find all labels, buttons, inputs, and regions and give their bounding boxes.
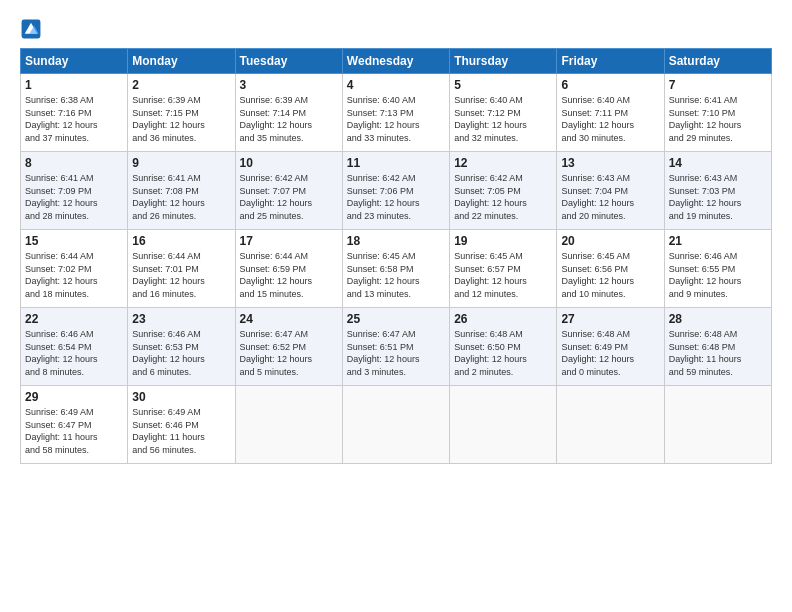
day-cell: 25Sunrise: 6:47 AM Sunset: 6:51 PM Dayli…	[342, 308, 449, 386]
day-number: 25	[347, 312, 445, 326]
day-info: Sunrise: 6:46 AM Sunset: 6:53 PM Dayligh…	[132, 328, 230, 378]
day-info: Sunrise: 6:42 AM Sunset: 7:07 PM Dayligh…	[240, 172, 338, 222]
day-info: Sunrise: 6:45 AM Sunset: 6:56 PM Dayligh…	[561, 250, 659, 300]
col-sunday: Sunday	[21, 49, 128, 74]
day-info: Sunrise: 6:48 AM Sunset: 6:49 PM Dayligh…	[561, 328, 659, 378]
day-info: Sunrise: 6:44 AM Sunset: 7:02 PM Dayligh…	[25, 250, 123, 300]
day-cell: 5Sunrise: 6:40 AM Sunset: 7:12 PM Daylig…	[450, 74, 557, 152]
day-number: 5	[454, 78, 552, 92]
day-cell: 30Sunrise: 6:49 AM Sunset: 6:46 PM Dayli…	[128, 386, 235, 464]
day-info: Sunrise: 6:40 AM Sunset: 7:13 PM Dayligh…	[347, 94, 445, 144]
day-cell: 23Sunrise: 6:46 AM Sunset: 6:53 PM Dayli…	[128, 308, 235, 386]
day-info: Sunrise: 6:46 AM Sunset: 6:54 PM Dayligh…	[25, 328, 123, 378]
day-number: 22	[25, 312, 123, 326]
day-number: 30	[132, 390, 230, 404]
day-cell: 20Sunrise: 6:45 AM Sunset: 6:56 PM Dayli…	[557, 230, 664, 308]
day-cell: 10Sunrise: 6:42 AM Sunset: 7:07 PM Dayli…	[235, 152, 342, 230]
day-cell: 2Sunrise: 6:39 AM Sunset: 7:15 PM Daylig…	[128, 74, 235, 152]
col-tuesday: Tuesday	[235, 49, 342, 74]
col-saturday: Saturday	[664, 49, 771, 74]
day-cell: 7Sunrise: 6:41 AM Sunset: 7:10 PM Daylig…	[664, 74, 771, 152]
day-info: Sunrise: 6:41 AM Sunset: 7:09 PM Dayligh…	[25, 172, 123, 222]
week-row-1: 1Sunrise: 6:38 AM Sunset: 7:16 PM Daylig…	[21, 74, 772, 152]
day-number: 2	[132, 78, 230, 92]
day-number: 17	[240, 234, 338, 248]
col-wednesday: Wednesday	[342, 49, 449, 74]
day-info: Sunrise: 6:43 AM Sunset: 7:03 PM Dayligh…	[669, 172, 767, 222]
logo	[20, 18, 46, 40]
day-cell: 26Sunrise: 6:48 AM Sunset: 6:50 PM Dayli…	[450, 308, 557, 386]
day-number: 16	[132, 234, 230, 248]
day-number: 8	[25, 156, 123, 170]
day-cell: 14Sunrise: 6:43 AM Sunset: 7:03 PM Dayli…	[664, 152, 771, 230]
week-row-4: 22Sunrise: 6:46 AM Sunset: 6:54 PM Dayli…	[21, 308, 772, 386]
day-number: 1	[25, 78, 123, 92]
day-info: Sunrise: 6:41 AM Sunset: 7:08 PM Dayligh…	[132, 172, 230, 222]
day-cell: 1Sunrise: 6:38 AM Sunset: 7:16 PM Daylig…	[21, 74, 128, 152]
day-info: Sunrise: 6:43 AM Sunset: 7:04 PM Dayligh…	[561, 172, 659, 222]
day-info: Sunrise: 6:39 AM Sunset: 7:15 PM Dayligh…	[132, 94, 230, 144]
day-cell: 11Sunrise: 6:42 AM Sunset: 7:06 PM Dayli…	[342, 152, 449, 230]
day-number: 23	[132, 312, 230, 326]
day-number: 21	[669, 234, 767, 248]
week-row-5: 29Sunrise: 6:49 AM Sunset: 6:47 PM Dayli…	[21, 386, 772, 464]
day-number: 28	[669, 312, 767, 326]
day-cell	[342, 386, 449, 464]
day-cell: 21Sunrise: 6:46 AM Sunset: 6:55 PM Dayli…	[664, 230, 771, 308]
day-number: 27	[561, 312, 659, 326]
day-info: Sunrise: 6:48 AM Sunset: 6:50 PM Dayligh…	[454, 328, 552, 378]
day-number: 12	[454, 156, 552, 170]
day-number: 15	[25, 234, 123, 248]
day-number: 9	[132, 156, 230, 170]
day-cell: 16Sunrise: 6:44 AM Sunset: 7:01 PM Dayli…	[128, 230, 235, 308]
day-info: Sunrise: 6:39 AM Sunset: 7:14 PM Dayligh…	[240, 94, 338, 144]
logo-icon	[20, 18, 42, 40]
day-cell: 8Sunrise: 6:41 AM Sunset: 7:09 PM Daylig…	[21, 152, 128, 230]
day-cell: 27Sunrise: 6:48 AM Sunset: 6:49 PM Dayli…	[557, 308, 664, 386]
day-number: 11	[347, 156, 445, 170]
day-number: 14	[669, 156, 767, 170]
week-row-3: 15Sunrise: 6:44 AM Sunset: 7:02 PM Dayli…	[21, 230, 772, 308]
day-number: 13	[561, 156, 659, 170]
day-number: 29	[25, 390, 123, 404]
day-cell: 19Sunrise: 6:45 AM Sunset: 6:57 PM Dayli…	[450, 230, 557, 308]
col-thursday: Thursday	[450, 49, 557, 74]
day-cell: 28Sunrise: 6:48 AM Sunset: 6:48 PM Dayli…	[664, 308, 771, 386]
day-cell	[235, 386, 342, 464]
day-info: Sunrise: 6:45 AM Sunset: 6:58 PM Dayligh…	[347, 250, 445, 300]
day-cell: 6Sunrise: 6:40 AM Sunset: 7:11 PM Daylig…	[557, 74, 664, 152]
day-info: Sunrise: 6:42 AM Sunset: 7:05 PM Dayligh…	[454, 172, 552, 222]
page: Sunday Monday Tuesday Wednesday Thursday…	[0, 0, 792, 474]
day-info: Sunrise: 6:40 AM Sunset: 7:12 PM Dayligh…	[454, 94, 552, 144]
day-cell: 12Sunrise: 6:42 AM Sunset: 7:05 PM Dayli…	[450, 152, 557, 230]
day-cell: 22Sunrise: 6:46 AM Sunset: 6:54 PM Dayli…	[21, 308, 128, 386]
header	[20, 18, 772, 40]
col-friday: Friday	[557, 49, 664, 74]
day-number: 7	[669, 78, 767, 92]
day-cell	[450, 386, 557, 464]
day-info: Sunrise: 6:47 AM Sunset: 6:51 PM Dayligh…	[347, 328, 445, 378]
day-info: Sunrise: 6:49 AM Sunset: 6:47 PM Dayligh…	[25, 406, 123, 456]
day-cell: 13Sunrise: 6:43 AM Sunset: 7:04 PM Dayli…	[557, 152, 664, 230]
day-info: Sunrise: 6:44 AM Sunset: 7:01 PM Dayligh…	[132, 250, 230, 300]
day-cell	[664, 386, 771, 464]
calendar-table: Sunday Monday Tuesday Wednesday Thursday…	[20, 48, 772, 464]
day-cell: 9Sunrise: 6:41 AM Sunset: 7:08 PM Daylig…	[128, 152, 235, 230]
day-number: 20	[561, 234, 659, 248]
day-info: Sunrise: 6:48 AM Sunset: 6:48 PM Dayligh…	[669, 328, 767, 378]
header-row: Sunday Monday Tuesday Wednesday Thursday…	[21, 49, 772, 74]
day-info: Sunrise: 6:47 AM Sunset: 6:52 PM Dayligh…	[240, 328, 338, 378]
day-info: Sunrise: 6:40 AM Sunset: 7:11 PM Dayligh…	[561, 94, 659, 144]
day-info: Sunrise: 6:44 AM Sunset: 6:59 PM Dayligh…	[240, 250, 338, 300]
day-number: 24	[240, 312, 338, 326]
day-info: Sunrise: 6:38 AM Sunset: 7:16 PM Dayligh…	[25, 94, 123, 144]
day-info: Sunrise: 6:41 AM Sunset: 7:10 PM Dayligh…	[669, 94, 767, 144]
col-monday: Monday	[128, 49, 235, 74]
day-cell: 3Sunrise: 6:39 AM Sunset: 7:14 PM Daylig…	[235, 74, 342, 152]
day-number: 3	[240, 78, 338, 92]
day-cell: 15Sunrise: 6:44 AM Sunset: 7:02 PM Dayli…	[21, 230, 128, 308]
day-number: 10	[240, 156, 338, 170]
day-info: Sunrise: 6:42 AM Sunset: 7:06 PM Dayligh…	[347, 172, 445, 222]
day-info: Sunrise: 6:46 AM Sunset: 6:55 PM Dayligh…	[669, 250, 767, 300]
day-number: 19	[454, 234, 552, 248]
